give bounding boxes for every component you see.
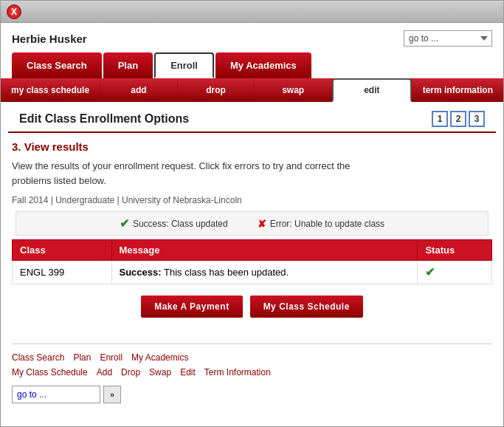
subtab-term-information[interactable]: term information — [412, 78, 503, 102]
error-label: Error: Unable to update class — [270, 219, 384, 229]
col-class: Class — [13, 240, 112, 261]
error-x-icon: ✘ — [258, 218, 266, 230]
row-status-icon: ✔ — [425, 266, 435, 279]
make-payment-button[interactable]: Make A Payment — [141, 296, 242, 318]
page-content: Herbie Husker go to ... Class Search Pla… — [1, 23, 503, 426]
message-bold: Success: — [120, 267, 162, 278]
close-button[interactable]: X — [7, 4, 21, 19]
footer-links-row1: Class Search Plan Enroll My Academics — [1, 350, 503, 365]
col-status: Status — [418, 240, 492, 261]
action-buttons: Make A Payment My Class Schedule — [12, 296, 492, 318]
description-text: View the results of your enrollment requ… — [12, 159, 492, 188]
goto-select-container: go to ... » — [12, 386, 121, 403]
subtab-drop[interactable]: drop — [178, 78, 255, 102]
tab-class-search[interactable]: Class Search — [12, 52, 102, 78]
footer-link-my-class-schedule[interactable]: My Class Schedule — [12, 367, 88, 378]
footer-link-class-search[interactable]: Class Search — [12, 352, 64, 363]
message-text: This class has been updated. — [162, 267, 289, 278]
cell-message: Success: This class has been updated. — [111, 261, 418, 284]
subtab-edit[interactable]: edit — [332, 78, 412, 102]
goto-arrow-button[interactable]: » — [103, 386, 121, 403]
term-info: Fall 2014 | Undergraduate | University o… — [12, 195, 492, 205]
user-header: Herbie Husker go to ... — [1, 23, 503, 52]
footer-link-term-information[interactable]: Term Information — [204, 367, 271, 378]
col-message: Message — [111, 240, 418, 261]
footer-links-row2: My Class Schedule Add Drop Swap Edit Ter… — [1, 365, 503, 380]
user-name: Herbie Husker — [12, 33, 87, 45]
my-class-schedule-button[interactable]: My Class Schedule — [250, 296, 363, 318]
sub-nav: my class schedule add drop swap edit ter… — [1, 78, 503, 102]
section-content: 3. View results View the results of your… — [1, 133, 503, 336]
footer-link-plan[interactable]: Plan — [73, 352, 91, 363]
success-label: Success: Class updated — [133, 219, 228, 229]
footer-link-drop[interactable]: Drop — [121, 367, 140, 378]
main-window: X Herbie Husker go to ... Class Search P… — [0, 0, 504, 427]
status-bar: ✔ Success: Class updated ✘ Error: Unable… — [15, 211, 489, 236]
page-title-area: Edit Class Enrollment Options 1 2 3 — [8, 102, 496, 133]
title-bar: X — [1, 1, 503, 23]
status-error: ✘ Error: Unable to update class — [258, 218, 384, 230]
tab-plan[interactable]: Plan — [103, 52, 153, 78]
cell-status: ✔ — [418, 261, 492, 284]
footer-link-enroll[interactable]: Enroll — [100, 352, 122, 363]
footer-link-my-academics[interactable]: My Academics — [131, 352, 188, 363]
bottom-goto: go to ... » — [1, 380, 503, 411]
footer-link-edit[interactable]: Edit — [180, 367, 196, 378]
goto-container: go to ... — [404, 30, 492, 47]
footer-separator — [12, 344, 492, 344]
step-2[interactable]: 2 — [450, 111, 466, 127]
footer-link-swap[interactable]: Swap — [149, 367, 171, 378]
footer-link-add[interactable]: Add — [97, 367, 112, 378]
main-nav: Class Search Plan Enroll My Academics — [1, 52, 503, 78]
page-title: Edit Class Enrollment Options — [19, 112, 189, 126]
section-header: 3. View results — [12, 140, 492, 153]
subtab-add[interactable]: add — [100, 78, 177, 102]
bottom-goto-select[interactable]: go to ... — [12, 386, 100, 403]
status-success: ✔ Success: Class updated — [120, 216, 228, 230]
subtab-my-class-schedule[interactable]: my class schedule — [1, 78, 100, 102]
steps-indicator: 1 2 3 — [432, 111, 485, 127]
table-row: ENGL 399 Success: This class has been up… — [13, 261, 492, 284]
results-table: Class Message Status ENGL 399 Success: T… — [12, 239, 492, 284]
tab-my-academics[interactable]: My Academics — [215, 52, 311, 78]
goto-select[interactable]: go to ... — [404, 30, 492, 47]
step-3[interactable]: 3 — [469, 111, 485, 127]
cell-class: ENGL 399 — [13, 261, 112, 284]
subtab-swap[interactable]: swap — [255, 78, 331, 102]
tab-enroll[interactable]: Enroll — [154, 52, 214, 78]
success-check-icon: ✔ — [120, 216, 129, 230]
step-1[interactable]: 1 — [432, 111, 448, 127]
